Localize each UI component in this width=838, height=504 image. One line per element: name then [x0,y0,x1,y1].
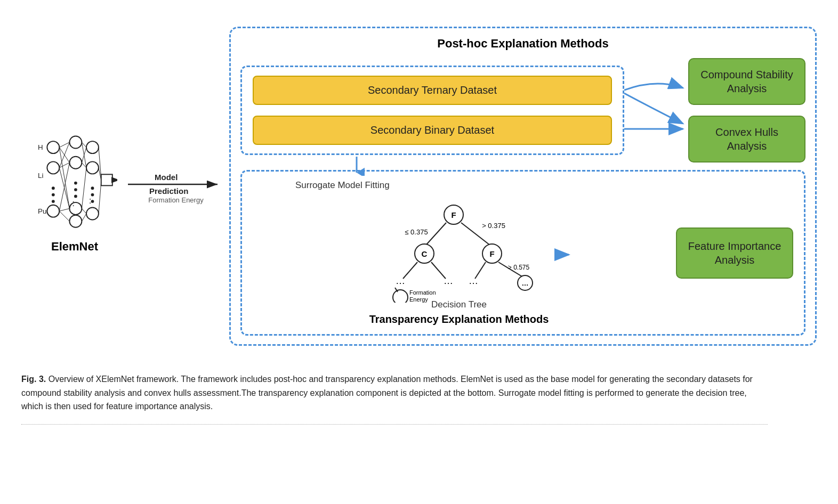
decision-tree-container: F ≤ 0.375 > 0.375 C F [253,196,665,326]
main-container: H Li Pu [21,16,817,425]
svg-text:C: C [422,249,428,258]
svg-text::: : [89,194,92,205]
svg-point-21 [91,186,94,190]
svg-line-59 [426,223,446,245]
svg-text:F: F [451,210,456,220]
svg-text:…: … [396,275,405,286]
neural-net-diagram: H Li Pu [32,119,117,237]
transparency-content: Surrogate Model Fitting F ≤ 0.375 > 0.37… [253,180,665,326]
svg-line-42 [82,213,86,221]
svg-text:H: H [38,143,43,151]
svg-point-15 [74,188,77,191]
svg-point-7 [47,161,59,174]
datasets-inner-box: Secondary Ternary Dataset Secondary Bina… [240,66,624,155]
svg-point-14 [74,181,77,184]
svg-text::: : [72,197,75,208]
svg-point-19 [86,141,99,153]
svg-point-8 [52,186,55,190]
svg-line-29 [59,147,69,208]
svg-line-69 [403,262,417,279]
posthoc-outer-box: Post-hoc Explanation Methods Secondary T… [229,27,817,346]
decision-tree-svg: F ≤ 0.375 > 0.375 C F [347,196,571,303]
svg-point-12 [69,136,82,148]
svg-line-35 [59,211,69,221]
down-arrow-surrogate [349,157,365,176]
top-section: Secondary Ternary Dataset Secondary Bina… [240,58,805,162]
figure-caption: Fig. 3. Overview of XElemNet framework. … [21,372,768,425]
svg-point-10 [52,200,55,203]
svg-text:Prediction: Prediction [149,186,188,196]
svg-text:Li: Li [38,172,43,180]
svg-line-41 [82,208,86,214]
svg-point-18 [69,215,82,227]
formation-energy-label: Formation Energy [148,196,203,204]
svg-rect-43 [101,174,112,185]
diagram-area: H Li Pu [21,16,817,356]
posthoc-title: Post-hoc Explanation Methods [240,37,805,51]
fig-label: Fig. 3. [21,375,46,384]
feature-importance-box: Feature Importance Analysis [676,227,793,279]
svg-text:F: F [489,249,494,258]
model-prediction-arrow: Model Prediction [128,168,224,200]
decision-tree-label: Decision Tree [431,299,487,310]
model-prediction-section: Model Prediction Formation Energy [128,168,224,204]
svg-text:…: … [522,279,529,287]
svg-point-11 [47,205,59,217]
dataset-binary: Secondary Binary Dataset [253,116,612,145]
svg-text:> 0.375: > 0.375 [482,222,505,230]
analysis-boxes: Compound Stability Analysis Convex Hulls… [688,58,805,162]
elemnet-section: H Li Pu [21,119,128,254]
bottom-section: Surrogate Model Fitting F ≤ 0.375 > 0.37… [240,170,805,336]
svg-point-17 [69,202,82,214]
transparency-title: Transparency Explanation Methods [369,313,549,326]
svg-text:Model: Model [155,173,178,182]
svg-text:≤ 0.375: ≤ 0.375 [405,228,428,236]
svg-line-46 [99,182,101,213]
svg-line-40 [82,167,86,208]
svg-text:Pu: Pu [38,207,46,215]
svg-line-32 [59,167,69,208]
caption-text: Overview of XElemNet framework. The fram… [21,375,753,411]
compound-stability-box: Compound Stability Analysis [688,58,805,105]
svg-point-13 [69,156,82,168]
svg-point-9 [52,193,55,196]
svg-point-6 [47,141,59,153]
svg-point-24 [86,207,99,220]
svg-text:…: … [469,275,478,286]
convex-hulls-box: Convex Hulls Analysis [688,116,805,162]
svg-line-33 [59,162,69,211]
svg-text:Formation: Formation [409,289,436,296]
elemnet-label: ElemNet [51,240,98,254]
dataset-arrows [624,68,688,153]
svg-line-34 [59,208,69,211]
surrogate-label: Surrogate Model Fitting [295,180,390,191]
svg-line-38 [82,147,86,162]
svg-point-20 [86,161,99,174]
svg-text:…: … [444,275,453,286]
dataset-ternary: Secondary Ternary Dataset [253,76,612,105]
